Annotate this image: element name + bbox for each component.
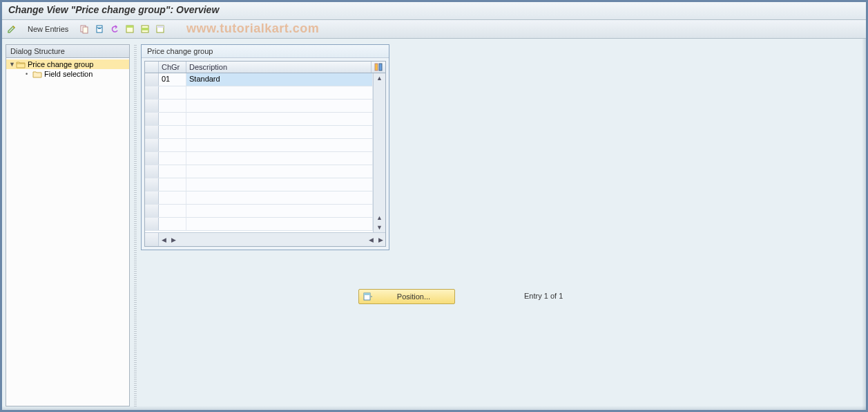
scroll-left-icon[interactable]: ◀: [159, 234, 168, 245]
svg-rect-5: [126, 26, 133, 28]
page-title: Change View "Price change group": Overvi…: [0, 0, 868, 20]
cell-chgr[interactable]: [159, 126, 186, 138]
row-selector[interactable]: [145, 191, 159, 204]
folder-closed-icon: [32, 70, 42, 78]
cell-description[interactable]: [186, 205, 373, 217]
content-area: Dialog Structure ▼ Price change group • …: [0, 39, 868, 412]
position-button-label: Position...: [377, 292, 450, 301]
table-row[interactable]: [145, 86, 373, 100]
table-row[interactable]: [145, 100, 373, 113]
data-grid: ChGr Description 01Standard ▲ ▲ ▼: [144, 61, 386, 247]
delete-icon[interactable]: [93, 23, 106, 35]
copy-as-icon[interactable]: [78, 23, 90, 35]
cell-chgr[interactable]: [159, 139, 186, 151]
cell-chgr[interactable]: [159, 205, 186, 217]
row-selector[interactable]: [145, 86, 159, 99]
svg-rect-11: [379, 64, 382, 71]
scroll-up-step-icon[interactable]: ▲: [374, 213, 385, 223]
cell-description[interactable]: [186, 86, 373, 99]
row-selector[interactable]: [145, 126, 159, 138]
svg-rect-7: [142, 28, 148, 30]
table-row[interactable]: [145, 139, 373, 152]
price-change-group-panel: Price change group ChGr Description 01St…: [141, 44, 389, 250]
table-row[interactable]: [145, 218, 373, 231]
table-row[interactable]: 01Standard: [145, 73, 373, 86]
splitter-handle[interactable]: [134, 44, 137, 406]
cell-chgr[interactable]: 01: [159, 73, 186, 86]
row-selector[interactable]: [145, 165, 159, 178]
toggle-display-change-icon[interactable]: [6, 23, 18, 35]
vertical-scrollbar[interactable]: ▲ ▲ ▼: [373, 73, 385, 232]
cell-description[interactable]: [186, 218, 373, 230]
svg-rect-9: [157, 26, 164, 28]
new-entries-button[interactable]: New Entries: [23, 24, 73, 35]
dialog-structure-tree: ▼ Price change group • Field selection: [6, 58, 129, 406]
entry-status-label: Entry 1 of 1: [524, 292, 563, 300]
tree-expand-icon[interactable]: ▼: [9, 61, 16, 68]
tree-item-field-selection[interactable]: • Field selection: [6, 69, 129, 79]
main-area: Price change group ChGr Description 01St…: [141, 44, 862, 406]
watermark-text: www.tutorialkart.com: [186, 21, 319, 36]
tree-item-price-change-group[interactable]: ▼ Price change group: [6, 59, 129, 69]
row-selector[interactable]: [145, 139, 159, 151]
row-selector[interactable]: [145, 178, 159, 191]
row-selector[interactable]: [145, 100, 159, 112]
cell-description[interactable]: [186, 191, 373, 204]
table-row[interactable]: [145, 113, 373, 126]
cell-chgr[interactable]: [159, 218, 186, 230]
folder-open-icon: [16, 60, 26, 68]
cell-description[interactable]: [186, 152, 373, 165]
scroll-right-icon[interactable]: ▶: [376, 234, 385, 245]
table-row[interactable]: [145, 178, 373, 191]
cell-description[interactable]: [186, 139, 373, 151]
cell-description[interactable]: [186, 113, 373, 125]
tree-item-label: Field selection: [44, 70, 93, 78]
row-selector[interactable]: [145, 73, 159, 86]
row-selector[interactable]: [145, 113, 159, 125]
cell-chgr[interactable]: [159, 165, 186, 178]
row-selector[interactable]: [145, 205, 159, 217]
cell-description[interactable]: Standard: [186, 73, 373, 86]
scroll-left-step-icon[interactable]: ▶: [168, 234, 178, 245]
table-row[interactable]: [145, 126, 373, 139]
horizontal-scrollbar[interactable]: ◀ ▶ ◀ ▶: [145, 232, 385, 246]
row-selector[interactable]: [145, 218, 159, 230]
svg-rect-3: [98, 28, 101, 29]
table-row[interactable]: [145, 165, 373, 178]
column-header-description[interactable]: Description: [186, 62, 372, 73]
row-selector[interactable]: [145, 152, 159, 165]
cell-description[interactable]: [186, 100, 373, 112]
column-header-chgr[interactable]: ChGr: [159, 62, 186, 73]
svg-rect-13: [364, 293, 370, 295]
cell-description[interactable]: [186, 178, 373, 191]
cell-description[interactable]: [186, 165, 373, 178]
svg-rect-10: [375, 64, 378, 71]
select-block-icon[interactable]: [139, 23, 151, 35]
cell-chgr[interactable]: [159, 152, 186, 165]
scroll-down-icon[interactable]: ▼: [374, 223, 385, 232]
svg-rect-1: [83, 27, 88, 33]
cell-chgr[interactable]: [159, 86, 186, 99]
table-row[interactable]: [145, 191, 373, 205]
cell-chgr[interactable]: [159, 113, 186, 125]
tree-bullet-icon: •: [26, 71, 32, 77]
undo-change-icon[interactable]: [108, 23, 121, 35]
grid-select-all-corner[interactable]: [145, 62, 159, 73]
grid-body: 01Standard ▲ ▲ ▼: [145, 73, 385, 232]
scroll-right-step-icon[interactable]: ◀: [366, 234, 376, 245]
panel-title: Price change group: [142, 45, 389, 58]
sidebar-header: Dialog Structure: [6, 45, 129, 58]
cell-chgr[interactable]: [159, 100, 186, 112]
table-row[interactable]: [145, 152, 373, 165]
toolbar: New Entries www.tutorialkart.com: [0, 20, 868, 39]
dialog-structure-sidebar: Dialog Structure ▼ Price change group • …: [6, 44, 130, 406]
cell-description[interactable]: [186, 126, 373, 138]
scroll-up-icon[interactable]: ▲: [374, 73, 385, 83]
cell-chgr[interactable]: [159, 178, 186, 191]
table-row[interactable]: [145, 205, 373, 218]
cell-chgr[interactable]: [159, 191, 186, 204]
position-button[interactable]: Position...: [358, 289, 455, 304]
deselect-all-icon[interactable]: [154, 23, 166, 35]
grid-configure-icon[interactable]: [372, 62, 385, 73]
select-all-icon[interactable]: [124, 23, 136, 35]
